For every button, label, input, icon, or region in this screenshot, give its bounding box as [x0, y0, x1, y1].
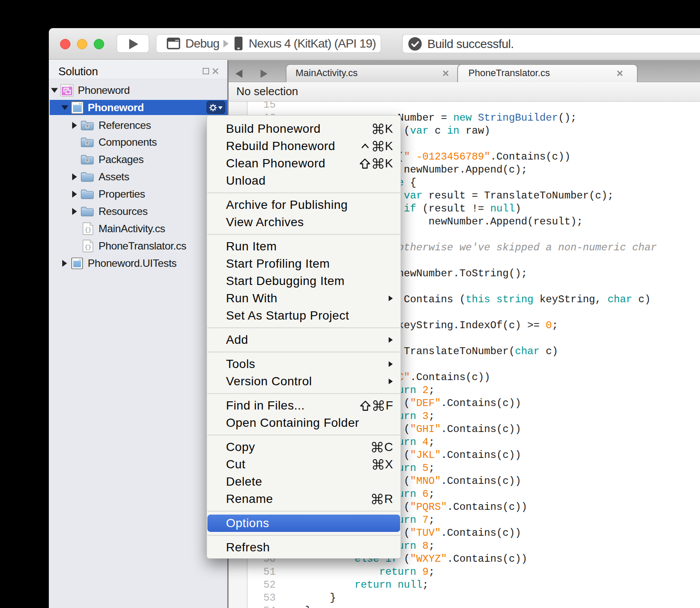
- svg-text:{}: {}: [85, 244, 92, 250]
- svg-text:{}: {}: [85, 227, 92, 233]
